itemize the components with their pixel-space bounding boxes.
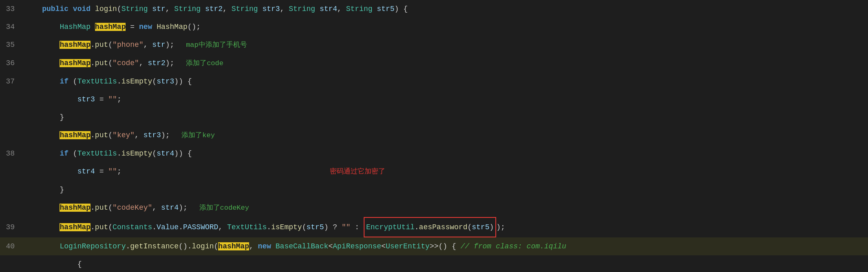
annotation-codekey: 添加了codeKey — [199, 204, 249, 212]
line-number-37: 37 — [0, 72, 24, 90]
keyword-new-40: new — [258, 242, 271, 250]
encrypt-util-box: EncryptUtil.aesPassword(str5) — [364, 217, 496, 237]
annotation-phone: map中添加了手机号 — [186, 41, 247, 49]
hashmap-constructor: HashMap — [157, 23, 188, 31]
hashmap-highlight: hashMap — [95, 23, 126, 31]
line-content-40b: { — [24, 255, 868, 272]
annotation-code: 添加了code — [186, 59, 223, 67]
line-content-40: LoginRepository.getInstance().login(hash… — [24, 237, 868, 255]
keyword-if-38: if — [60, 149, 68, 158]
code-line-33: 33 public void login(String str, String … — [0, 0, 868, 18]
keyword-new: new — [139, 23, 152, 31]
code-editor: 33 public void login(String str, String … — [0, 0, 868, 272]
line-number-38: 38 — [0, 145, 24, 162]
hashmap-put-codekey-highlight: hashMap — [60, 204, 91, 212]
code-line-38b: str4 = ""; 密码通过它加密了 — [0, 162, 868, 181]
annotation-password: 密码通过它加密了 — [330, 168, 385, 175]
hashmap-put-code-highlight: hashMap — [60, 59, 91, 67]
line-number-35: 35 — [0, 36, 24, 54]
type-hashmap: HashMap — [60, 23, 91, 31]
hashmap-put-key-highlight: hashMap — [60, 131, 91, 139]
comment-from-class: // from class: com.iqilu — [461, 242, 566, 250]
keyword-void: void — [73, 5, 91, 13]
line-number-36: 36 — [0, 54, 24, 72]
code-line-36: 36 hashMap.put("code", str2); 添加了code — [0, 54, 868, 72]
code-line-39: 39 hashMap.put(Constants.Value.PASSWORD,… — [0, 217, 868, 237]
line-content-37: if (TextUtils.isEmpty(str3)) { — [24, 72, 868, 90]
annotation-key: 添加了key — [181, 132, 215, 139]
keyword-if: if — [60, 77, 68, 86]
keyword-public: public — [42, 5, 68, 13]
type-string: String — [121, 5, 148, 13]
line-content-38: if (TextUtils.isEmpty(str4)) { — [24, 145, 868, 162]
code-line-37: 37 if (TextUtils.isEmpty(str3)) { — [0, 72, 868, 90]
code-line-40b: { — [0, 255, 868, 272]
line-content-37b: str3 = ""; — [24, 90, 868, 108]
line-content-34: HashMap hashMap = new HashMap(); — [24, 18, 868, 36]
line-content-38d: hashMap.put("codeKey", str4); 添加了codeKey — [24, 199, 868, 217]
line-number-40: 40 — [0, 237, 24, 255]
line-number-34: 34 — [0, 18, 24, 36]
line-content-33: public void login(String str, String str… — [24, 0, 868, 18]
line-content-38c: } — [24, 181, 868, 199]
line-content-36: hashMap.put("code", str2); 添加了code — [24, 54, 868, 72]
code-line-40: 40 LoginRepository.getInstance().login(h… — [0, 237, 868, 255]
hashmap-put-phone-highlight: hashMap — [60, 41, 91, 49]
hashmap-login-highlight: hashMap — [218, 242, 249, 250]
line-content-37d: hashMap.put("key", str3); 添加了key — [24, 126, 868, 145]
code-line-37b: str3 = ""; — [0, 90, 868, 108]
line-number-33: 33 — [0, 0, 24, 18]
line-content-38b: str4 = ""; 密码通过它加密了 — [24, 162, 868, 181]
line-content-39: hashMap.put(Constants.Value.PASSWORD, Te… — [24, 217, 868, 237]
code-line-38: 38 if (TextUtils.isEmpty(str4)) { — [0, 145, 868, 162]
line-content-35: hashMap.put("phone", str); map中添加了手机号 — [24, 36, 868, 54]
line-number-39: 39 — [0, 218, 24, 236]
line-content-37c: } — [24, 108, 868, 126]
code-line-35: 35 hashMap.put("phone", str); map中添加了手机号 — [0, 36, 868, 54]
method-login: login — [95, 5, 117, 13]
code-line-38d: hashMap.put("codeKey", str4); 添加了codeKey — [0, 199, 868, 217]
code-line-37d: hashMap.put("key", str3); 添加了key — [0, 126, 868, 145]
code-line-37c: } — [0, 108, 868, 126]
code-line-38c: } — [0, 181, 868, 199]
code-line-34: 34 HashMap hashMap = new HashMap(); — [0, 18, 868, 36]
hashmap-put-password-highlight: hashMap — [60, 223, 91, 231]
